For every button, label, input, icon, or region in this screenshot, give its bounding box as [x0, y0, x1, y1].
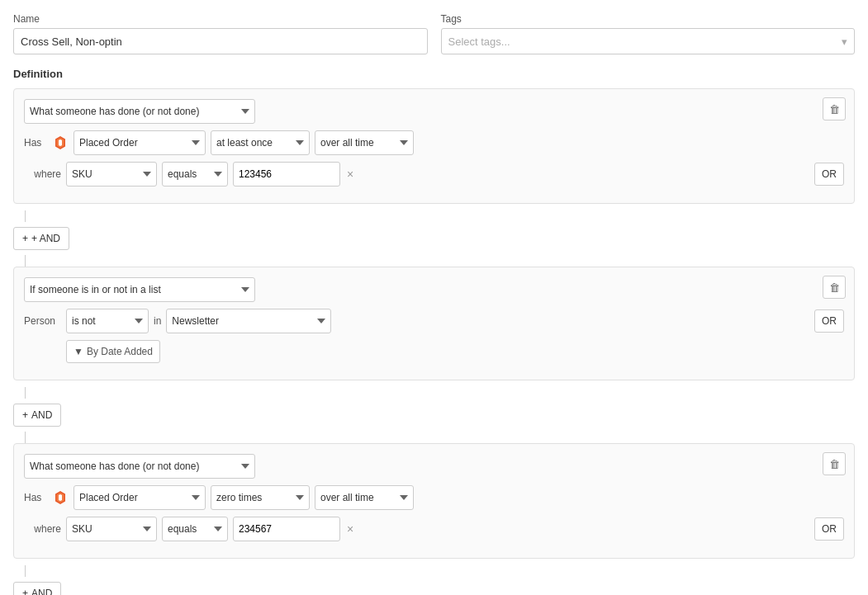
trash-icon-1: 🗑	[829, 103, 840, 116]
trash-icon-2: 🗑	[829, 281, 840, 294]
date-filter-label-2: By Date Added	[87, 346, 153, 357]
frequency-select-3[interactable]: zero times	[211, 485, 310, 510]
connector-4	[25, 432, 26, 443]
name-label: Name	[13, 13, 428, 25]
list-select-2[interactable]: Newsletter	[166, 309, 331, 333]
operator-select-1[interactable]: equals	[162, 162, 228, 187]
timeframe-select-1[interactable]: over all time	[315, 130, 414, 155]
connector-1	[25, 210, 26, 222]
name-input[interactable]	[13, 28, 428, 54]
condition-block-1: What someone has done (or not done) Has …	[13, 88, 855, 204]
connector-2	[25, 255, 26, 267]
has-label-1: Has	[24, 137, 47, 149]
person-label-2: Person	[24, 315, 61, 327]
condition-type-select-2[interactable]: If someone is in or not in a list	[24, 277, 255, 302]
operator-select-3[interactable]: equals	[162, 517, 228, 541]
timeframe-select-3[interactable]: over all time	[315, 485, 414, 510]
definition-label: Definition	[13, 68, 855, 80]
property-select-1[interactable]: SKU	[66, 162, 157, 187]
and-label-2: AND	[31, 409, 52, 421]
tags-select[interactable]: Select tags... ▾	[441, 28, 856, 54]
where-label-1: where	[24, 168, 61, 180]
event-select-1[interactable]: Placed Order	[74, 130, 206, 155]
delete-block-3[interactable]: 🗑	[823, 452, 846, 475]
and-label-1: + AND	[31, 233, 60, 244]
and-plus-icon-2: +	[22, 409, 28, 421]
condition-type-select-1[interactable]: What someone has done (or not done)	[24, 99, 255, 124]
trash-icon-3: 🗑	[829, 458, 840, 470]
tags-chevron-icon: ▾	[842, 35, 847, 48]
event-select-3[interactable]: Placed Order	[74, 485, 206, 510]
date-filter-button-2[interactable]: ▼ By Date Added	[66, 340, 160, 363]
condition-type-select-3[interactable]: What someone has done (or not done)	[24, 454, 255, 479]
magento-icon-3	[52, 489, 69, 506]
svg-marker-5	[59, 494, 62, 501]
or-button-1[interactable]: OR	[814, 163, 844, 186]
connector-3	[25, 387, 26, 399]
filter-icon-2: ▼	[74, 346, 83, 357]
and-plus-icon-1: +	[22, 233, 28, 244]
and-button-2[interactable]: + AND	[13, 404, 61, 427]
clear-value-1[interactable]: ×	[345, 168, 355, 181]
frequency-select-1[interactable]: at least once	[211, 130, 310, 155]
condition-block-3: What someone has done (or not done) Has …	[13, 443, 855, 559]
magento-icon-1	[52, 135, 69, 151]
and-plus-icon-3: +	[22, 588, 28, 595]
tags-placeholder: Select tags...	[448, 35, 510, 48]
value-input-3[interactable]	[233, 517, 340, 541]
in-label-2: in	[154, 315, 161, 327]
condition-block-2: If someone is in or not in a list Person…	[13, 267, 855, 380]
person-state-select-2[interactable]: is not	[66, 309, 149, 333]
or-button-3[interactable]: OR	[814, 517, 844, 541]
property-select-3[interactable]: SKU	[66, 517, 157, 541]
and-label-3: AND	[31, 588, 52, 595]
svg-marker-2	[59, 139, 62, 146]
where-label-3: where	[24, 523, 61, 535]
value-input-1[interactable]	[233, 162, 340, 187]
has-label-3: Has	[24, 492, 47, 503]
or-button-2[interactable]: OR	[814, 309, 844, 333]
clear-value-3[interactable]: ×	[345, 522, 355, 536]
delete-block-2[interactable]: 🗑	[823, 276, 846, 299]
and-button-3[interactable]: + AND	[13, 582, 61, 595]
tags-label: Tags	[441, 13, 856, 25]
and-button-1[interactable]: + + AND	[13, 227, 69, 250]
connector-5	[25, 565, 26, 577]
delete-block-1[interactable]: 🗑	[823, 97, 846, 120]
